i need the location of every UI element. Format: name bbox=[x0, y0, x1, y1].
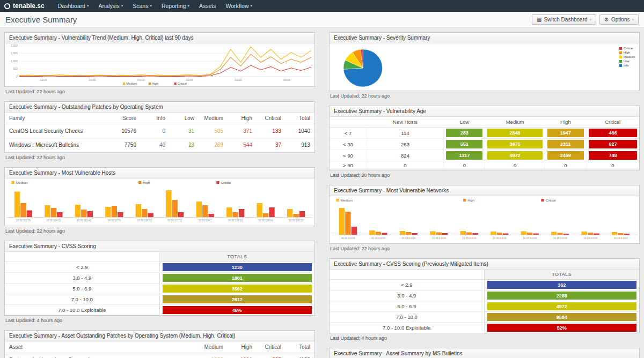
cvss-row[interactable]: 7.0 - 10.0 Exploitable 52% bbox=[330, 323, 639, 333]
table-cell[interactable]: 7750 bbox=[112, 138, 141, 152]
column-header[interactable]: Family bbox=[5, 113, 112, 124]
cvss-total-bar[interactable]: 9584 bbox=[487, 313, 637, 321]
severity-cell[interactable]: 627 bbox=[586, 139, 639, 150]
table-row[interactable]: > 9000000 bbox=[330, 161, 639, 170]
table-row[interactable]: Windows : Microsoft Bulletins77504023269… bbox=[5, 138, 314, 152]
panel-header[interactable]: Executive Summary - Severity Summary bbox=[330, 33, 639, 43]
options-button[interactable]: ⚙ Options ▾ bbox=[599, 14, 639, 25]
cvss-row[interactable]: 5.0 - 6.9 3562 bbox=[5, 284, 314, 294]
column-header[interactable]: Score bbox=[112, 113, 141, 124]
table-cell[interactable]: 913 bbox=[286, 138, 314, 152]
table-cell[interactable]: 37 bbox=[257, 138, 286, 152]
severity-cell[interactable]: 748 bbox=[586, 150, 639, 161]
table-cell[interactable]: 0 bbox=[367, 161, 444, 170]
table-cell[interactable]: 335 bbox=[257, 353, 286, 358]
column-header[interactable]: Critical bbox=[257, 113, 286, 124]
severity-summary-pie-chart[interactable]: CriticalHighMediumLowInfo bbox=[330, 43, 639, 91]
column-header[interactable]: Low bbox=[170, 113, 199, 124]
table-cell[interactable]: 4188 bbox=[286, 353, 314, 358]
cvss-total-bar[interactable]: 48% bbox=[163, 306, 312, 314]
column-header[interactable]: Medium bbox=[199, 113, 228, 124]
column-header[interactable]: Asset bbox=[5, 341, 199, 353]
column-header[interactable]: Medium bbox=[199, 341, 228, 353]
severity-cell[interactable]: 4972 bbox=[485, 150, 545, 161]
severity-cell[interactable]: 2311 bbox=[545, 139, 586, 150]
legend-item[interactable]: High bbox=[619, 51, 635, 54]
table-row[interactable]: < 3026355139752311627 bbox=[330, 139, 639, 150]
table-cell[interactable]: 1921 bbox=[228, 353, 257, 358]
table-cell[interactable]: 269 bbox=[199, 138, 228, 152]
cvss-total-bar[interactable]: 4972 bbox=[487, 302, 637, 310]
cvss-row[interactable]: < 2.9 1230 bbox=[5, 262, 314, 273]
vulnerability-trend-chart[interactable]: 05001,0001,5002,00012/2601/0901/2302/060… bbox=[5, 43, 314, 86]
table-cell[interactable]: 544 bbox=[228, 138, 257, 152]
panel-header[interactable]: Executive Summary - CVSS Scoring (Previo… bbox=[330, 259, 639, 270]
table-cell[interactable]: 1932 bbox=[199, 353, 228, 358]
table-row[interactable]: Systems that have been Scanned1932192133… bbox=[5, 353, 314, 358]
legend-item[interactable]: Medium bbox=[619, 55, 635, 58]
nav-scans[interactable]: Scans▾ bbox=[128, 0, 157, 12]
table-cell[interactable]: 0 bbox=[141, 124, 170, 138]
cvss-row[interactable]: 3.0 - 4.9 2288 bbox=[330, 290, 639, 301]
cvss-row[interactable]: 3.0 - 4.9 1801 bbox=[5, 273, 314, 284]
switch-dashboard-button[interactable]: ▦ Switch Dashboard ▾ bbox=[532, 14, 596, 25]
cvss-total-bar[interactable]: 362 bbox=[487, 281, 637, 289]
table-cell[interactable]: 31 bbox=[170, 124, 199, 138]
panel-header[interactable]: Executive Summary - CVSS Scoring bbox=[5, 241, 314, 252]
cvss-row[interactable]: < 2.9 362 bbox=[330, 280, 639, 290]
nav-assets[interactable]: Assets bbox=[194, 0, 221, 12]
most-vulnerable-hosts-chart[interactable]: MediumHighCritical10.31.112.2910.31.114.… bbox=[5, 178, 314, 226]
cvss-total-bar[interactable]: 2288 bbox=[487, 292, 637, 300]
table-cell[interactable]: 23 bbox=[170, 138, 199, 152]
nav-dashboard[interactable]: Dashboard▾ bbox=[53, 0, 94, 12]
cvss-total-bar[interactable]: 1230 bbox=[163, 263, 312, 271]
panel-header[interactable]: Executive Summary - Most Vulnerable Netw… bbox=[330, 185, 639, 196]
panel-header[interactable]: Executive Summary - Outstanding Patches … bbox=[5, 102, 314, 113]
severity-cell[interactable]: 466 bbox=[586, 128, 639, 139]
table-cell[interactable]: 133 bbox=[257, 124, 286, 138]
severity-cell[interactable]: 3975 bbox=[485, 139, 545, 150]
table-cell[interactable]: 0 bbox=[444, 161, 485, 170]
column-header[interactable]: Total bbox=[286, 113, 314, 124]
severity-cell[interactable]: 2459 bbox=[545, 150, 586, 161]
severity-cell[interactable]: 283 bbox=[444, 128, 485, 139]
cvss-total-bar[interactable]: 1801 bbox=[163, 274, 312, 282]
panel-header[interactable]: Executive Summary - Most Vulnerable Host… bbox=[5, 168, 314, 178]
table-cell[interactable]: 0 bbox=[545, 161, 586, 170]
cvss-row[interactable]: 7.0 - 10.0 Exploitable 48% bbox=[5, 305, 314, 315]
table-cell[interactable]: 114 bbox=[367, 128, 444, 139]
table-cell[interactable]: 0 bbox=[586, 161, 639, 170]
table-row[interactable]: < 90824131749722459748 bbox=[330, 150, 639, 161]
table-row[interactable]: CentOS Local Security Checks105760315053… bbox=[5, 124, 314, 138]
table-row[interactable]: < 711428328481947466 bbox=[330, 128, 639, 139]
tenable-sc-logo[interactable]: tenable.sc bbox=[4, 2, 45, 10]
cvss-total-bar[interactable]: 2812 bbox=[163, 295, 312, 303]
table-cell[interactable]: 0 bbox=[485, 161, 545, 170]
table-cell[interactable]: 1040 bbox=[286, 124, 314, 138]
legend-item[interactable]: Low bbox=[619, 59, 635, 63]
severity-cell[interactable]: 551 bbox=[444, 139, 485, 150]
table-cell[interactable]: 263 bbox=[367, 139, 444, 150]
panel-header[interactable]: Executive Summary - Asset Summary by MS … bbox=[330, 348, 639, 358]
severity-cell[interactable]: 1317 bbox=[444, 150, 485, 161]
table-cell[interactable]: 10576 bbox=[112, 124, 141, 138]
column-header[interactable]: Critical bbox=[257, 341, 286, 353]
cvss-total-bar[interactable]: 52% bbox=[487, 324, 637, 332]
nav-reporting[interactable]: Reporting▾ bbox=[157, 0, 194, 12]
legend-item[interactable]: Critical bbox=[619, 47, 635, 50]
column-header[interactable]: Info bbox=[141, 113, 170, 124]
cvss-row[interactable]: 7.0 - 10.0 2812 bbox=[5, 294, 314, 305]
nav-workflow[interactable]: Workflow▾ bbox=[221, 0, 257, 12]
cvss-row[interactable]: 7.0 - 10.0 9584 bbox=[330, 312, 639, 323]
table-cell[interactable]: 40 bbox=[141, 138, 170, 152]
table-cell[interactable]: 505 bbox=[199, 124, 228, 138]
cvss-row[interactable]: 5.0 - 6.9 4972 bbox=[330, 301, 639, 312]
panel-header[interactable]: Executive Summary - Vulnerability Age bbox=[330, 106, 639, 117]
legend-item[interactable]: Info bbox=[619, 64, 635, 67]
panel-header[interactable]: Executive Summary - Asset Outstanding Pa… bbox=[5, 331, 314, 341]
table-cell[interactable]: 824 bbox=[367, 150, 444, 161]
cvss-total-bar[interactable]: 3562 bbox=[163, 285, 312, 293]
column-header[interactable]: High bbox=[228, 341, 257, 353]
column-header[interactable]: Total bbox=[286, 341, 314, 353]
nav-analysis[interactable]: Analysis▾ bbox=[94, 0, 128, 12]
